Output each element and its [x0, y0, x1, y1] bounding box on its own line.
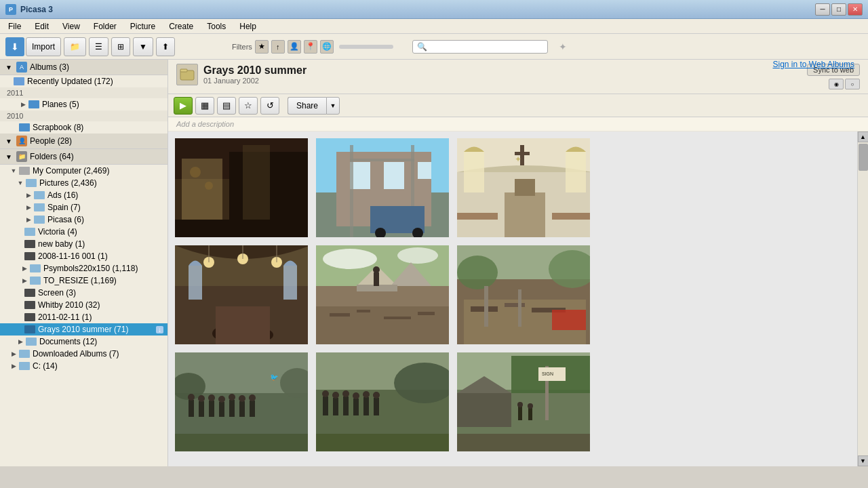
photo-svg-9: SIGN — [457, 352, 591, 453]
photo-thumb-2[interactable] — [315, 137, 450, 239]
scroll-up-arrow[interactable]: ▲ — [858, 131, 869, 142]
location-filter[interactable]: 📍 — [304, 40, 317, 54]
svg-rect-101 — [353, 399, 359, 415]
filter-slider[interactable] — [339, 45, 393, 49]
scroll-down-arrow[interactable]: ▼ — [858, 455, 869, 466]
play-slideshow-button[interactable]: ▶ — [174, 97, 193, 115]
photo-image-3: ✦ — [457, 138, 590, 237]
minimize-button[interactable]: ─ — [815, 3, 830, 16]
sign-in-link[interactable]: Sign in to Web Albums — [772, 60, 854, 69]
more-options-button[interactable]: ▼ — [133, 37, 153, 56]
maximize-button[interactable]: □ — [831, 3, 846, 16]
grays-icon — [24, 325, 35, 333]
list-view-button[interactable]: ☰ — [89, 37, 108, 56]
sidebar-item-psymbols[interactable]: ▶ Psymbols220x150 (1,118) — [0, 262, 167, 274]
albums-section-header[interactable]: ▼ A Albums (3) — [0, 60, 167, 75]
sidebar-item-picasa[interactable]: ▶ Picasa (6) — [0, 214, 167, 226]
photo-thumb-4[interactable] — [174, 244, 309, 346]
search-box[interactable]: 🔍 — [412, 40, 548, 54]
menu-picture[interactable]: Picture — [125, 20, 161, 33]
sidebar-item-documents[interactable]: ▶ Documents (12) — [0, 336, 167, 348]
geo-filter[interactable]: 🌐 — [320, 40, 334, 54]
sync-toggle-off[interactable]: ◉ — [829, 79, 844, 89]
sync-toggle: ◉ ○ — [829, 79, 860, 89]
sidebar-item-spain[interactable]: ▶ Spain (7) — [0, 201, 167, 214]
svg-rect-57 — [384, 317, 411, 319]
photo-image-7: 🐦 — [175, 352, 308, 451]
import-button[interactable]: Import — [26, 37, 61, 56]
svg-rect-15 — [418, 162, 431, 179]
photo-thumb-3[interactable]: ✦ — [456, 137, 591, 239]
photo-thumb-9[interactable]: SIGN — [456, 351, 591, 453]
sidebar-item-victoria[interactable]: Victoria (4) — [0, 226, 167, 238]
svg-rect-107 — [316, 434, 450, 453]
photo-thumb-5[interactable] — [315, 244, 450, 346]
star-button[interactable]: ☆ — [239, 97, 258, 115]
svg-rect-59 — [374, 272, 379, 286]
sidebar-item-ads[interactable]: ▶ Ads (16) — [0, 189, 167, 201]
photo-thumb-8[interactable] — [315, 351, 450, 453]
rotate-button[interactable]: ↺ — [260, 97, 279, 115]
planes-expand-arrow: ▶ — [19, 100, 27, 108]
sidebar-item-planes[interactable]: ▶ Planes (5) — [0, 98, 167, 110]
scrollbar[interactable]: ▲ ▼ — [857, 131, 868, 466]
star-filter[interactable]: ★ — [255, 40, 269, 54]
sidebar-item-downloaded-albums[interactable]: ▶ Downloaded Albums (7) — [0, 348, 167, 360]
sidebar-item-scrapbook[interactable]: Scrapbook (8) — [0, 121, 167, 134]
sidebar-item-c-drive[interactable]: ▶ C: (14) — [0, 360, 167, 372]
sidebar-item-recently-updated[interactable]: Recently Updated (172) — [0, 75, 167, 87]
sidebar-item-pictures[interactable]: ▼ Pictures (2,436) — [0, 177, 167, 189]
sidebar-item-screen[interactable]: Screen (3) — [0, 287, 167, 299]
svg-rect-99 — [343, 396, 349, 415]
menu-view[interactable]: View — [57, 20, 85, 33]
view-grid2-button[interactable]: ▤ — [217, 97, 236, 115]
scrapbook-icon — [19, 123, 30, 131]
scroll-track[interactable] — [858, 142, 868, 455]
person-filter[interactable]: 👤 — [288, 40, 301, 54]
close-button[interactable]: ✕ — [848, 3, 863, 16]
search-input[interactable] — [430, 42, 525, 52]
share-main-button[interactable]: Share — [288, 97, 326, 115]
menu-file[interactable]: File — [3, 20, 26, 33]
people-section-header[interactable]: ▼ 👤 People (28) — [0, 134, 167, 149]
menu-edit[interactable]: Edit — [29, 20, 54, 33]
action-toolbar: ▶ ▦ ▤ ☆ ↺ Share ▼ — [168, 94, 868, 117]
scroll-thumb[interactable] — [859, 144, 868, 171]
menu-tools[interactable]: Tools — [201, 20, 231, 33]
view-grid1-button[interactable]: ▦ — [195, 97, 214, 115]
folders-section-header[interactable]: ▼ 📁 Folders (64) — [0, 149, 167, 165]
upload-button[interactable]: ⬆ — [156, 37, 175, 56]
share-dropdown-button[interactable]: ▼ — [326, 97, 340, 115]
sidebar-item-new-baby[interactable]: new baby (1) — [0, 238, 167, 250]
svg-point-7 — [190, 167, 201, 178]
svg-rect-91 — [175, 434, 309, 453]
description-area[interactable]: Add a description — [168, 117, 868, 131]
svg-rect-42 — [283, 266, 297, 300]
menu-create[interactable]: Create — [163, 20, 199, 33]
photo-area: ✦ — [168, 131, 868, 466]
svg-point-21 — [412, 228, 423, 239]
ads-icon — [34, 191, 45, 199]
new-baby-icon — [24, 240, 35, 248]
sidebar-item-201102[interactable]: 2011-02-11 (1) — [0, 311, 167, 323]
sidebar-item-2008[interactable]: 2008-11-16 001 (1) — [0, 250, 167, 262]
sidebar-item-whitby[interactable]: Whitby 2010 (32) — [0, 299, 167, 311]
grid-view-button[interactable]: ⊞ — [111, 37, 130, 56]
svg-rect-6 — [182, 159, 222, 226]
menu-folder[interactable]: Folder — [88, 20, 122, 33]
sidebar-item-grays[interactable]: Grays 2010 summer (71) ↓ — [0, 323, 167, 336]
photo-image-9: SIGN — [457, 352, 590, 451]
sidebar-item-to-resize[interactable]: ▶ TO_RESIZE (1,169) — [0, 274, 167, 287]
photo-thumb-7[interactable]: 🐦 — [174, 351, 309, 453]
svg-rect-18 — [350, 159, 414, 161]
sync-toggle-on[interactable]: ○ — [845, 79, 860, 89]
photo-thumb-6[interactable] — [456, 244, 591, 346]
upload-filter[interactable]: ↑ — [271, 40, 285, 54]
svg-point-102 — [353, 392, 359, 399]
svg-rect-71 — [518, 289, 521, 327]
menu-help[interactable]: Help — [234, 20, 262, 33]
documents-icon — [26, 338, 37, 346]
folder-button[interactable]: 📁 — [64, 37, 86, 56]
photo-thumb-1[interactable] — [174, 137, 309, 239]
sidebar-item-my-computer[interactable]: ▼ My Computer (2,469) — [0, 165, 167, 177]
